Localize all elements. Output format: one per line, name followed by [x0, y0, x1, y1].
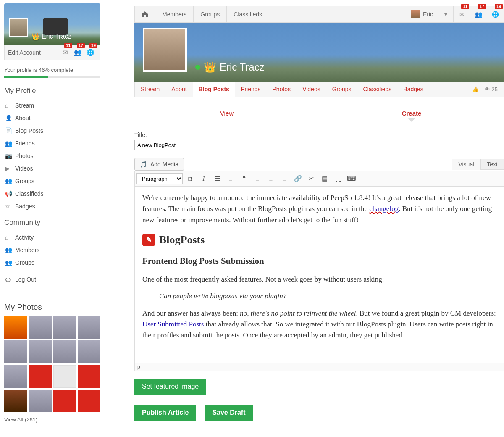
crown-icon: 👑 [204, 61, 216, 73]
text-mode-tab[interactable]: Text [480, 159, 504, 170]
photo-thumb[interactable] [53, 365, 76, 388]
like-icon[interactable]: 👍 [472, 86, 479, 92]
italic-icon[interactable]: I [198, 173, 210, 184]
sidebar-item-videos[interactable]: ▶Videos [4, 162, 100, 175]
align-left-icon[interactable]: ≡ [252, 173, 263, 184]
align-right-icon[interactable]: ≡ [278, 173, 290, 184]
nav-classifieds[interactable]: Classifieds [227, 6, 269, 22]
sidebar-item-blog-posts[interactable]: 📄Blog Posts [4, 124, 100, 137]
element-path[interactable]: p [134, 363, 504, 371]
sidebar-item-members[interactable]: 👥Members [4, 244, 100, 256]
photo-thumb[interactable] [53, 340, 76, 363]
my-photos-heading: My Photos [4, 303, 100, 312]
mail-icon[interactable]: ✉11 [59, 49, 71, 56]
topbar-friends-icon[interactable]: 👥17 [470, 6, 487, 22]
sidebar-item-photos[interactable]: 📷Photos [4, 150, 100, 162]
nav-profile-list: ⌂Stream👤About📄Blog Posts👥Friends📷Photos▶… [4, 99, 100, 213]
unlink-icon[interactable]: ✂ [305, 173, 317, 184]
edit-account-link[interactable]: Edit Account [8, 49, 59, 56]
subtab-view[interactable]: View [134, 105, 319, 121]
tab-badges[interactable]: Badges [397, 82, 429, 97]
photo-thumb[interactable] [4, 340, 27, 363]
tab-stream[interactable]: Stream [135, 82, 165, 97]
number-list-icon[interactable]: ≡ [225, 173, 236, 184]
photo-thumb[interactable] [78, 316, 100, 339]
topbar-user[interactable]: Eric [406, 10, 438, 18]
keyboard-icon[interactable]: ⌨ [346, 173, 357, 184]
my-profile-heading: My Profile [4, 87, 100, 95]
save-draft-button[interactable]: Save Draft [205, 405, 253, 421]
home-icon: ⌂ [5, 234, 15, 241]
photo-thumb[interactable] [78, 365, 100, 388]
tab-classifieds[interactable]: Classifieds [357, 82, 398, 97]
photo-grid [4, 316, 100, 412]
profile-hero: 👑 Eric Tracz [134, 23, 504, 82]
sidebar-item-stream[interactable]: ⌂Stream [4, 99, 100, 112]
usp-link[interactable]: User Submitted Posts [142, 320, 204, 328]
tab-friends[interactable]: Friends [235, 82, 267, 97]
nav-groups[interactable]: Groups [194, 6, 227, 22]
tab-blog-posts[interactable]: Blog Posts [193, 81, 235, 97]
view-all-photos-link[interactable]: View All (261) [4, 416, 100, 423]
photo-thumb[interactable] [53, 390, 76, 412]
topbar-globe-icon[interactable]: 🌐19 [487, 6, 504, 22]
quote-icon[interactable]: ❝ [238, 173, 250, 184]
photo-thumb[interactable] [53, 316, 76, 339]
home-icon[interactable] [135, 6, 155, 22]
title-label: Title: [134, 132, 504, 138]
bold-icon[interactable]: B [184, 173, 196, 184]
link-icon[interactable]: 🔗 [292, 173, 304, 184]
visual-mode-tab[interactable]: Visual [452, 159, 480, 170]
align-center-icon[interactable]: ≡ [265, 173, 277, 184]
changelog-link[interactable]: changelog [369, 205, 399, 213]
photo-thumb[interactable] [29, 316, 51, 339]
topbar-avatar [411, 10, 420, 18]
fullscreen-icon[interactable]: ⛶ [332, 173, 344, 184]
title-input[interactable] [134, 140, 504, 150]
sidebar-item-about[interactable]: 👤About [4, 112, 100, 124]
more-icon[interactable]: ▤ [319, 173, 331, 184]
publish-button[interactable]: Publish Article [134, 405, 196, 421]
sidebar-item-groups[interactable]: 👥Groups [4, 256, 100, 269]
tab-videos[interactable]: Videos [297, 82, 326, 97]
photo-thumb[interactable] [29, 340, 51, 363]
tab-photos[interactable]: Photos [267, 82, 297, 97]
media-icon: 🎵 [140, 161, 147, 168]
nav-members[interactable]: Members [155, 6, 194, 22]
profile-progress-bar [4, 76, 100, 78]
format-select[interactable]: Paragraph [136, 173, 183, 184]
hero-avatar[interactable] [143, 28, 187, 72]
star-icon: ☆ [5, 203, 15, 210]
user-menu-caret-icon[interactable]: ▾ [438, 6, 453, 22]
camera-icon: 📷 [5, 153, 15, 159]
photo-thumb[interactable] [29, 390, 51, 412]
set-featured-image-button[interactable]: Set featured image [134, 379, 206, 395]
views-count: 👁 25 [485, 86, 498, 92]
nav-community-list: ⌂Activity👥Members👥Groups [4, 231, 100, 269]
friends-icon[interactable]: 👥17 [71, 49, 84, 56]
sidebar-avatar[interactable] [9, 18, 28, 37]
sidebar-item-badges[interactable]: ☆Badges [4, 200, 100, 213]
globe-icon[interactable]: 🌐19 [84, 49, 97, 56]
people-icon: 👥 [5, 140, 15, 147]
sidebar-item-groups[interactable]: 👥Groups [4, 175, 100, 187]
photo-thumb[interactable] [4, 390, 27, 412]
tab-about[interactable]: About [165, 82, 193, 97]
subtab-create[interactable]: Create [319, 105, 504, 121]
photo-thumb[interactable] [4, 316, 27, 339]
sidebar-item-friends[interactable]: 👥Friends [4, 137, 100, 150]
sidebar-item-classifieds[interactable]: 📢Classifieds [4, 187, 100, 200]
editor-body[interactable]: We're extremely happy to announce the im… [134, 187, 504, 363]
profile-progress-text: Your profile is 46% complete [4, 67, 100, 73]
photo-thumb[interactable] [78, 340, 100, 363]
photo-thumb[interactable] [4, 365, 27, 388]
sidebar-item-activity[interactable]: ⌂Activity [4, 231, 100, 244]
logout-link[interactable]: ⏻ Log Out [4, 273, 100, 286]
photo-thumb[interactable] [29, 365, 51, 388]
tab-groups[interactable]: Groups [326, 82, 357, 97]
bullet-list-icon[interactable]: ☰ [211, 173, 223, 184]
photo-thumb[interactable] [78, 390, 100, 412]
add-media-button[interactable]: 🎵 Add Media [134, 158, 184, 171]
sidebar-cover[interactable]: 👑Eric Tracz [4, 3, 100, 45]
topbar-mail-icon[interactable]: ✉11 [453, 6, 470, 22]
